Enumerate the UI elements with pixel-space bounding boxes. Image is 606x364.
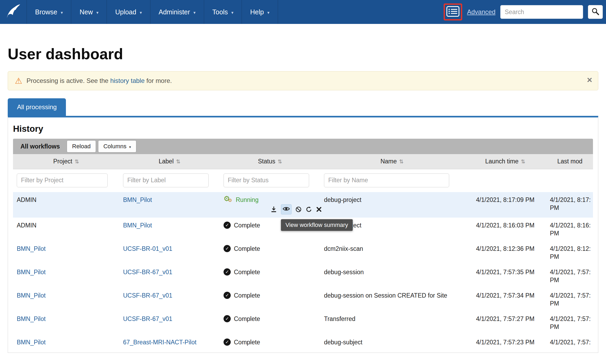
name-cell: dcm2niix-scan	[320, 241, 464, 264]
search-input[interactable]	[500, 5, 583, 19]
last-mod-cell: 4/1/2021, 8:12: PM	[547, 241, 593, 264]
history-table-link[interactable]: history table	[110, 77, 145, 84]
chevron-down-icon: ▾	[96, 10, 98, 15]
chevron-down-icon: ▾	[61, 10, 63, 15]
launch-time-cell: 4/1/2021, 8:12:36 PM	[464, 241, 547, 264]
processing-alert: ⚠ Processing is active. See the history …	[8, 71, 598, 90]
label-link[interactable]: UCSF-BR-67_v01	[123, 269, 172, 276]
name-cell: debug-session on Session CREATED for Sit…	[320, 288, 464, 311]
name-cell: debug-subject	[320, 335, 464, 350]
table-row: BMN_Pilot 67_Breast-MRI-NACT-Pilot ✓ Com…	[13, 335, 593, 350]
status-cell: ✓ Complete	[220, 241, 320, 264]
chevron-down-icon: ▾	[140, 10, 142, 15]
tab-all-processing[interactable]: All processing	[8, 98, 66, 116]
chevron-down-icon: ▾	[231, 10, 233, 15]
header-row: Project⇅ Label⇅ Status⇅ Name⇅ Launch tim…	[13, 154, 593, 169]
status-text: Complete	[234, 221, 260, 229]
table-row: BMN_Pilot UCSF-BR-67_v01 ✓ Complete debu…	[13, 288, 593, 311]
view-summary-button[interactable]	[281, 204, 292, 214]
last-mod-cell: 4/1/2021, 8:16: PM	[547, 218, 593, 241]
complete-check-icon: ✓	[224, 338, 231, 346]
label-link[interactable]: UCSF-BR-01_v01	[123, 245, 172, 252]
advanced-search-link[interactable]: Advanced	[467, 8, 495, 16]
table-row: BMN_Pilot UCSF-BR-01_v01 ✓ Complete dcm2…	[13, 241, 593, 264]
filter-status-input[interactable]	[224, 173, 309, 187]
nav-item-new[interactable]: New ▾	[71, 0, 107, 24]
last-mod-cell: 4/1/2021, 7:57:	[547, 335, 593, 350]
status-cell: ✓ Complete	[220, 288, 320, 311]
column-header-name[interactable]: Name⇅	[320, 154, 464, 169]
filter-label-input[interactable]	[123, 173, 209, 187]
filter-project-input[interactable]	[17, 173, 108, 187]
nav-item-label: Browse	[35, 8, 57, 16]
last-mod-cell: 4/1/2021, 8:17: PM	[547, 192, 593, 218]
status-cell: ✓ Complete	[220, 264, 320, 288]
main-content: User dashboard ⚠ Processing is active. S…	[0, 45, 606, 353]
launch-time-cell: 4/1/2021, 7:57:34 PM	[464, 288, 547, 311]
project-link[interactable]: BMN_Pilot	[17, 292, 46, 299]
sort-icon: ⇅	[75, 159, 79, 164]
sort-icon: ⇅	[521, 159, 525, 164]
nav-item-label: Help	[250, 8, 264, 16]
label-link[interactable]: BMN_Pilot	[123, 222, 152, 229]
nav-item-help[interactable]: Help ▾	[242, 0, 278, 24]
close-icon[interactable]: ×	[587, 75, 592, 84]
label-link[interactable]: UCSF-BR-67_v01	[123, 315, 172, 322]
status-text: Complete	[234, 338, 260, 346]
search-button[interactable]	[588, 5, 603, 19]
nav-item-label: New	[79, 8, 93, 16]
column-header-last-mod[interactable]: Last mod	[547, 154, 593, 169]
app-logo[interactable]	[0, 0, 27, 24]
column-header-label[interactable]: Label⇅	[119, 154, 220, 169]
filter-row	[13, 169, 593, 192]
cancel-icon[interactable]	[295, 206, 302, 213]
complete-check-icon: ✓	[224, 268, 231, 276]
project-link[interactable]: BMN_Pilot	[17, 245, 46, 252]
nav-item-browse[interactable]: Browse ▾	[27, 0, 71, 24]
last-mod-cell: 4/1/2021, 7:57: PM	[547, 311, 593, 335]
sort-icon: ⇅	[278, 159, 282, 164]
status-cell: ✓ Complete	[220, 311, 320, 335]
table-row: BMN_Pilot UCSF-BR-67_v01 ✓ Complete debu…	[13, 264, 593, 288]
column-header-launch-time[interactable]: Launch time⇅	[464, 154, 547, 169]
label-link[interactable]: 67_Breast-MRI-NACT-Pilot	[123, 339, 196, 346]
status-text: Complete	[234, 245, 260, 253]
name-cell: Transferred	[320, 311, 464, 335]
nav-item-tools[interactable]: Tools ▾	[204, 0, 242, 24]
launch-time-cell: 4/1/2021, 7:57:27 PM	[464, 311, 547, 335]
download-icon[interactable]	[270, 206, 277, 213]
chevron-down-icon: ▾	[193, 10, 196, 15]
nav-item-label: Upload	[115, 8, 136, 16]
project-link[interactable]: BMN_Pilot	[17, 315, 46, 322]
nav-item-label: Administer	[159, 8, 190, 16]
last-mod-cell: 4/1/2021, 7:57: PM	[547, 288, 593, 311]
project-cell: ADMIN	[13, 218, 119, 241]
sort-icon: ⇅	[399, 159, 404, 164]
status-text: Complete	[234, 315, 260, 323]
tooltip: View workflow summary	[281, 219, 353, 231]
nav-item-label: Tools	[212, 8, 228, 16]
nav-right: Advanced	[444, 0, 606, 24]
label-link[interactable]: BMN_Pilot	[123, 196, 152, 203]
status-cell: ✓ Complete	[220, 335, 320, 350]
table-row: ADMIN BMN_Pilot ⚙⚙ Running	[13, 192, 593, 218]
reload-button[interactable]: Reload	[67, 140, 96, 153]
close-x-icon[interactable]	[316, 206, 322, 212]
last-mod-cell: 4/1/2021, 7:57: PM	[547, 264, 593, 288]
refresh-icon[interactable]	[305, 206, 312, 213]
status-text: Complete	[234, 291, 260, 299]
project-link[interactable]: BMN_Pilot	[17, 269, 46, 276]
project-link[interactable]: BMN_Pilot	[17, 339, 46, 346]
list-icon	[446, 6, 460, 18]
history-panel: History All workflows Reload Columns▾ Pr…	[8, 116, 598, 353]
columns-button[interactable]: Columns▾	[98, 140, 136, 153]
table-toolbar: All workflows Reload Columns▾	[13, 139, 593, 154]
nav-item-administer[interactable]: Administer ▾	[150, 0, 204, 24]
column-header-status[interactable]: Status⇅	[220, 154, 320, 169]
nav-item-upload[interactable]: Upload ▾	[107, 0, 150, 24]
label-link[interactable]: UCSF-BR-67_v01	[123, 292, 172, 299]
column-header-project[interactable]: Project⇅	[13, 154, 119, 169]
highlighted-quick-launch-button[interactable]	[444, 3, 462, 20]
complete-check-icon: ✓	[224, 222, 231, 229]
filter-name-input[interactable]	[324, 173, 449, 187]
